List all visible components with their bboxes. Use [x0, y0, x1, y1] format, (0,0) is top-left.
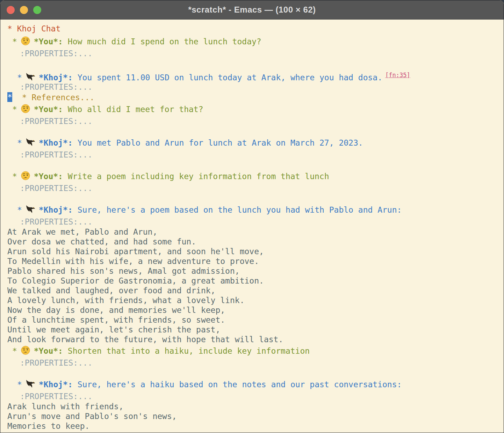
window-title: *scratch* - Emacs — (100 × 62) [0, 5, 504, 15]
chat-line-khoj: **Khoj*: Sure, here's a haiku based on t… [7, 378, 502, 391]
eagle-emoji [25, 379, 36, 389]
scratch-buffer[interactable]: * Khoj Chat**You*: How much did I spend … [0, 20, 504, 433]
body-text-line: Now the day is done, and memories we'll … [7, 305, 502, 315]
speaker-khoj-label: *Khoj*: [39, 138, 73, 147]
eagle-emoji [25, 72, 36, 82]
message-text: Sure, here's a haiku based on the notes … [73, 380, 402, 389]
properties-drawer-folded[interactable]: :PROPERTIES:... [7, 149, 502, 160]
org-star: * [17, 205, 22, 214]
speaker-you-label: *You*: [34, 172, 63, 181]
org-star: * [17, 138, 22, 147]
body-text-line: Memories to keep. [7, 421, 502, 431]
speaker-khoj-label: *Khoj*: [39, 73, 73, 82]
message-text: You spent 11.00 USD on lunch today at Ar… [73, 73, 382, 82]
window-controls [0, 6, 41, 14]
blank-line [7, 368, 502, 378]
message-text: Sure, here's a poem based on the lunch y… [73, 205, 402, 214]
org-star: * [12, 37, 17, 46]
message-text: How much did I spend on the lunch today? [63, 37, 261, 46]
message-text: Who all did I meet for that? [63, 105, 203, 114]
message-text: Shorten that into a haiku, include key i… [63, 346, 310, 355]
body-text-line: And look forward to the future, with hop… [7, 335, 502, 344]
properties-drawer-folded[interactable]: :PROPERTIES:... [7, 116, 502, 126]
thinking-face-emoji [20, 104, 31, 114]
message-text: You met Pablo and Arun for lunch at Arak… [73, 138, 363, 147]
titlebar: *scratch* - Emacs — (100 × 62) [0, 0, 504, 20]
references-heading-folded[interactable]: * * References... [7, 92, 502, 103]
speaker-you-label: *You*: [34, 346, 63, 355]
eagle-emoji [25, 204, 36, 215]
body-text-line: At Arak we met, Pablo and Arun, [7, 227, 502, 237]
body-text-line: Arun sold his Nairobi apartment, and soo… [7, 247, 502, 256]
chat-line-you: **You*: Shorten that into a haiku, inclu… [7, 344, 502, 358]
properties-drawer-folded[interactable]: :PROPERTIES:... [7, 183, 502, 193]
speaker-khoj-label: *Khoj*: [39, 380, 73, 389]
properties-drawer-folded[interactable]: :PROPERTIES:... [7, 358, 502, 368]
body-text-line: Pablo shared his son's news, Amal got ad… [7, 266, 502, 276]
message-text: Write a poem including key information f… [63, 172, 329, 181]
eagle-emoji [25, 137, 36, 148]
references-label: * References... [12, 93, 94, 102]
chat-line-you: **You*: How much did I spend on the lunc… [7, 35, 502, 48]
speaker-you-label: *You*: [34, 37, 63, 46]
properties-drawer-folded[interactable]: :PROPERTIES:... [7, 216, 502, 227]
body-text-line: To Colegio Superior de Gastronomia, a gr… [7, 276, 502, 286]
org-heading-khoj-chat: * Khoj Chat [7, 22, 502, 35]
chat-line-you: **You*: Who all did I meet for that? [7, 103, 502, 116]
blank-line [7, 193, 502, 203]
emacs-window: *scratch* - Emacs — (100 × 62) * Khoj Ch… [0, 0, 504, 433]
thinking-face-emoji [20, 345, 31, 356]
blank-line [7, 59, 502, 68]
chat-line-khoj: **Khoj*: You met Pablo and Arun for lunc… [7, 136, 502, 149]
thinking-face-emoji [20, 171, 31, 181]
org-star: * [17, 380, 22, 389]
text-cursor: * [7, 92, 12, 102]
minimize-button[interactable] [20, 6, 28, 14]
properties-drawer-folded[interactable]: :PROPERTIES:... [7, 82, 502, 92]
body-text-line: Arak lunch with friends, [7, 402, 502, 411]
properties-drawer-folded[interactable]: :PROPERTIES:... [7, 391, 502, 402]
org-star: * [12, 105, 17, 114]
body-text-line: We talked and laughed, over food and dri… [7, 286, 502, 295]
body-text-line: Until we meet again, let's cherish the p… [7, 325, 502, 335]
body-text-line: To Medellin with his wife, a new adventu… [7, 256, 502, 266]
zoom-button[interactable] [33, 6, 41, 14]
body-text-line: Over dosa we chatted, and had some fun. [7, 237, 502, 247]
speaker-you-label: *You*: [34, 105, 63, 114]
chat-line-khoj: **Khoj*: You spent 11.00 USD on lunch to… [7, 68, 502, 82]
properties-drawer-folded[interactable]: :PROPERTIES:... [7, 48, 502, 59]
org-star: * [12, 172, 17, 181]
blank-line [7, 126, 502, 136]
org-star: * [12, 346, 17, 355]
org-star: * [17, 73, 22, 82]
speaker-khoj-label: *Khoj*: [39, 205, 73, 214]
close-button[interactable] [7, 6, 15, 14]
body-text-line: A lovely lunch, with friends, what a lov… [7, 295, 502, 305]
blank-line [7, 160, 502, 170]
footnote-link[interactable]: [fn:35] [385, 72, 410, 79]
chat-line-khoj: **Khoj*: Sure, here's a poem based on th… [7, 203, 502, 216]
thinking-face-emoji [20, 36, 31, 46]
body-text-line: Arun's move and Pablo's son's news, [7, 411, 502, 421]
chat-line-you: **You*: Write a poem including key infor… [7, 170, 502, 183]
body-text-line: Of a lunchtime spent, with friends, so s… [7, 315, 502, 325]
